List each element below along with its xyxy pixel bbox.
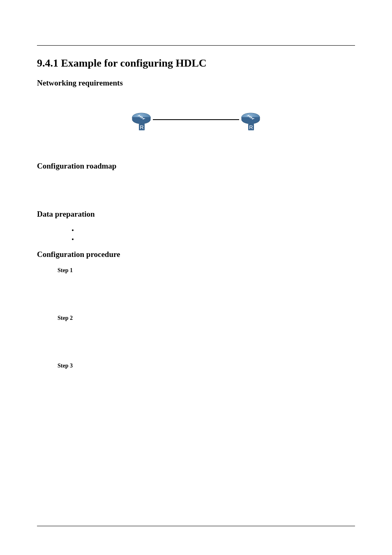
list-item bbox=[78, 227, 355, 234]
heading-roadmap: Configuration roadmap bbox=[37, 162, 355, 171]
heading-dataprep: Data preparation bbox=[37, 210, 355, 219]
page: 9.4.1 Example for configuring HDLC Netwo… bbox=[0, 0, 392, 555]
list-item bbox=[78, 236, 355, 243]
section-number: 9.4.1 bbox=[37, 57, 58, 69]
router-icon: R bbox=[240, 112, 261, 133]
network-diagram: R R bbox=[37, 112, 355, 133]
data-prep-list bbox=[78, 227, 355, 243]
bottom-rule bbox=[37, 526, 355, 526]
section-heading: Example for configuring HDLC bbox=[61, 57, 207, 69]
router-label: R bbox=[140, 124, 143, 130]
heading-procedure: Configuration procedure bbox=[37, 250, 355, 259]
top-rule bbox=[37, 45, 355, 46]
link-line bbox=[153, 119, 239, 120]
step-1-label: Step 1 bbox=[58, 267, 355, 274]
spacer bbox=[37, 179, 355, 210]
router-icon: R bbox=[131, 112, 152, 133]
step-3-label: Step 3 bbox=[58, 363, 355, 369]
heading-networking: Networking requirements bbox=[37, 79, 355, 88]
section-title: 9.4.1 Example for configuring HDLC bbox=[37, 57, 355, 69]
router-label: R bbox=[249, 124, 253, 130]
step-2-label: Step 2 bbox=[58, 315, 355, 321]
